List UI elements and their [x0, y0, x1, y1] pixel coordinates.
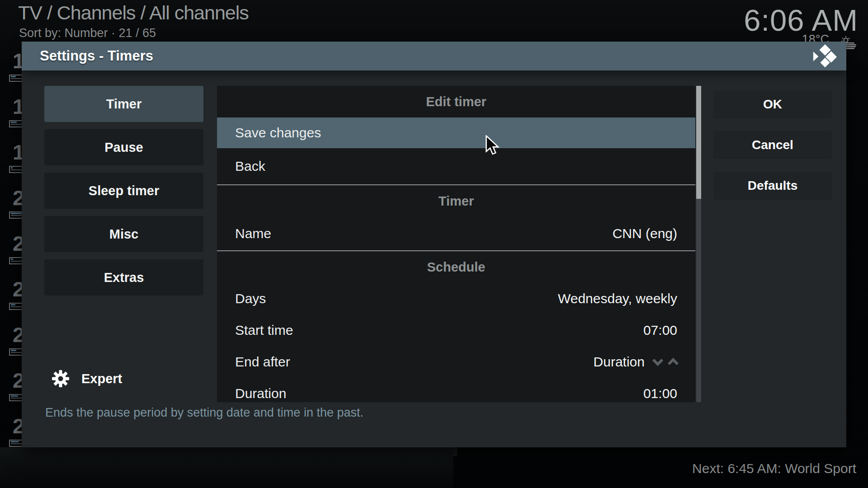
item-label: Start time [217, 323, 293, 338]
name-item[interactable]: Name CNN (eng) [217, 217, 695, 250]
ok-button[interactable]: OK [713, 90, 832, 118]
gear-icon [52, 370, 70, 388]
settings-level-toggle[interactable]: Expert [52, 370, 122, 388]
item-label: Name [217, 226, 271, 241]
item-label: Days [217, 291, 266, 306]
defaults-button[interactable]: Defaults [713, 172, 832, 200]
scrollbar-thumb[interactable] [696, 86, 701, 199]
sidebar-item-extras[interactable]: Extras [44, 259, 203, 296]
dialog-titlebar: Settings - Timers [22, 42, 846, 70]
setting-description: Ends the pause period by setting date an… [45, 406, 678, 420]
chevron-up-icon[interactable] [667, 358, 679, 366]
item-label: Save changes [217, 125, 321, 141]
dialog-title: Settings - Timers [40, 48, 153, 64]
sort-info: Sort by: Number · 21 / 65 [19, 26, 156, 40]
mouse-arrow-icon [485, 135, 503, 158]
value-spinner [652, 358, 679, 366]
item-value: 07:00 [643, 323, 677, 338]
screen: 111222222 TV / Channels / All channels S… [0, 0, 868, 488]
duration-item[interactable]: Duration 01:00 [217, 378, 695, 402]
item-value: 01:00 [643, 386, 677, 401]
item-value: Duration [594, 354, 645, 370]
cancel-button[interactable]: Cancel [713, 131, 832, 159]
sidebar-item-label: Extras [104, 270, 144, 285]
group-header-label: Edit timer [426, 94, 486, 109]
days-item[interactable]: Days Wednesday, weekly [217, 283, 695, 314]
settings-level-label: Expert [81, 371, 122, 386]
settings-list: Edit timer Save changes Back Timer Name … [217, 86, 695, 402]
settings-dialog: Timer Pause Sleep timer Misc Extras E [22, 70, 846, 447]
item-label: Back [217, 159, 265, 174]
group-header: Edit timer [217, 86, 695, 117]
scrollbar-track[interactable] [696, 86, 701, 402]
sidebar-item-label: Timer [106, 97, 142, 112]
start-time-item[interactable]: Start time 07:00 [217, 314, 695, 346]
item-label: Duration [217, 386, 286, 401]
background-details-pane [0, 447, 453, 488]
group-header-label: Timer [439, 194, 474, 209]
sidebar-item-misc[interactable]: Misc [44, 216, 203, 252]
sidebar-item-label: Sleep timer [89, 183, 159, 198]
button-label: Cancel [752, 138, 793, 152]
group-header: Schedule [217, 251, 695, 283]
save-changes-item[interactable]: Save changes [217, 117, 695, 148]
chevron-down-icon[interactable] [652, 358, 664, 366]
group-header-label: Schedule [427, 260, 486, 275]
kodi-logo-icon [812, 44, 838, 70]
sidebar-item-pause[interactable]: Pause [44, 129, 203, 165]
next-program-label: Next: 6:45 AM: World Sport [692, 461, 856, 476]
item-value: CNN (eng) [613, 226, 677, 241]
button-label: OK [763, 97, 782, 112]
sidebar-item-label: Pause [104, 140, 143, 155]
sidebar-item-sleep-timer[interactable]: Sleep timer [44, 173, 203, 209]
group-header: Timer [217, 185, 695, 217]
clock: 6:06 AM [744, 3, 858, 38]
button-label: Defaults [748, 178, 797, 193]
end-after-item[interactable]: End after Duration [217, 346, 695, 378]
item-value: Wednesday, weekly [558, 291, 677, 306]
sidebar-item-timer[interactable]: Timer [44, 86, 203, 122]
sidebar-item-label: Misc [109, 227, 138, 242]
item-label: End after [217, 354, 290, 370]
breadcrumb: TV / Channels / All channels [18, 2, 249, 24]
back-item[interactable]: Back [217, 148, 695, 184]
